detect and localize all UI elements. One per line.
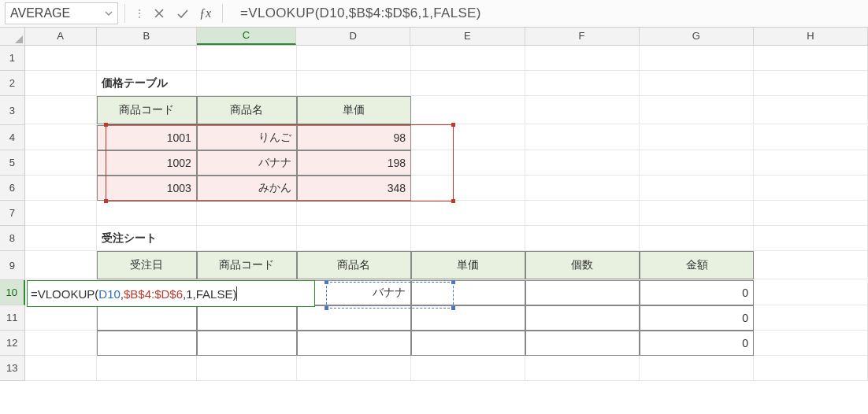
cell-H6[interactable] xyxy=(754,176,868,201)
cell-G9[interactable]: 金額 xyxy=(640,251,754,279)
cell-B7[interactable] xyxy=(97,201,197,226)
cell-E5[interactable] xyxy=(411,150,525,176)
cell-H3[interactable] xyxy=(754,96,868,124)
cell-A12[interactable] xyxy=(25,331,97,356)
grid[interactable]: 1 2 価格テーブル 3 商品コード 商品名 単価 4 1001 りんご 98 … xyxy=(0,46,868,381)
cell-B12[interactable] xyxy=(97,331,197,356)
cell-B1[interactable] xyxy=(97,46,197,71)
row-header-3[interactable]: 3 xyxy=(0,96,25,125)
cell-H8[interactable] xyxy=(754,226,868,251)
cell-G2[interactable] xyxy=(640,71,754,96)
cell-A3[interactable] xyxy=(25,96,97,124)
row-header-8[interactable]: 8 xyxy=(0,226,25,251)
cell-A13[interactable] xyxy=(25,356,97,381)
cell-D3[interactable]: 単価 xyxy=(297,96,411,124)
cell-C1[interactable] xyxy=(197,46,297,71)
cell-G7[interactable] xyxy=(640,201,754,226)
cell-G3[interactable] xyxy=(640,96,754,124)
row-header-1[interactable]: 1 xyxy=(0,46,25,71)
cell-G4[interactable] xyxy=(640,125,754,150)
cell-G11[interactable]: 0 xyxy=(640,305,754,331)
cell-C7[interactable] xyxy=(197,201,297,226)
cell-E11[interactable] xyxy=(411,305,525,331)
cell-D5[interactable]: 198 xyxy=(297,150,411,176)
cell-B6[interactable]: 1003 xyxy=(97,176,197,201)
row-header-2[interactable]: 2 xyxy=(0,71,25,96)
select-all-corner[interactable] xyxy=(0,28,25,45)
cell-F10[interactable] xyxy=(525,280,640,305)
cell-D2[interactable] xyxy=(297,71,411,96)
cell-E9[interactable]: 単価 xyxy=(411,251,525,279)
cancel-button[interactable] xyxy=(150,5,168,22)
cell-B11[interactable] xyxy=(97,305,197,331)
enter-button[interactable] xyxy=(174,5,191,22)
cell-B3[interactable]: 商品コード xyxy=(97,96,197,124)
cell-D1[interactable] xyxy=(297,46,411,71)
cell-G5[interactable] xyxy=(640,150,754,176)
fx-icon[interactable]: ƒx xyxy=(199,6,211,20)
cell-H12[interactable] xyxy=(754,331,868,356)
col-header-A[interactable]: A xyxy=(25,28,97,45)
cell-C12[interactable] xyxy=(197,331,297,356)
cell-E4[interactable] xyxy=(411,125,525,150)
col-header-B[interactable]: B xyxy=(97,28,197,45)
cell-G8[interactable] xyxy=(640,226,754,251)
cell-F1[interactable] xyxy=(525,46,640,71)
row-header-10[interactable]: 10 xyxy=(0,280,25,305)
cell-A2[interactable] xyxy=(25,71,97,96)
cell-D8[interactable] xyxy=(297,226,411,251)
cell-D9[interactable]: 商品名 xyxy=(297,251,411,279)
cell-E8[interactable] xyxy=(411,226,525,251)
formula-input[interactable]: =VLOOKUP(D10,$B$4:$D$6,1,FALSE) xyxy=(229,6,481,21)
cell-H1[interactable] xyxy=(754,46,868,71)
row-header-6[interactable]: 6 xyxy=(0,176,25,201)
cell-A7[interactable] xyxy=(25,201,97,226)
formula-edit-overlay[interactable]: =VLOOKUP(D10,$B$4:$D$6,1,FALSE) xyxy=(27,280,315,307)
cell-E12[interactable] xyxy=(411,331,525,356)
cell-H10[interactable] xyxy=(754,280,868,305)
name-box-dropdown-icon[interactable] xyxy=(105,9,113,17)
cell-F12[interactable] xyxy=(525,331,640,356)
cell-C9[interactable]: 商品コード xyxy=(197,251,297,279)
cell-B2[interactable]: 価格テーブル xyxy=(97,71,197,96)
cell-E3[interactable] xyxy=(411,96,525,124)
cell-A8[interactable] xyxy=(25,226,97,251)
cell-F2[interactable] xyxy=(525,71,640,96)
cell-F9[interactable]: 個数 xyxy=(525,251,640,279)
cell-H13[interactable] xyxy=(754,356,868,381)
cell-H4[interactable] xyxy=(754,125,868,150)
cell-C5[interactable]: バナナ xyxy=(197,150,297,176)
cell-G12[interactable]: 0 xyxy=(640,331,754,356)
cell-A1[interactable] xyxy=(25,46,97,71)
cell-G13[interactable] xyxy=(640,356,754,381)
cell-C6[interactable]: みかん xyxy=(197,176,297,201)
col-header-G[interactable]: G xyxy=(640,28,754,45)
cell-D4[interactable]: 98 xyxy=(297,125,411,150)
cell-E1[interactable] xyxy=(411,46,525,71)
col-header-H[interactable]: H xyxy=(754,28,868,45)
cell-G10[interactable]: 0 xyxy=(640,280,754,305)
expand-icon[interactable]: ⋮ xyxy=(135,8,144,19)
cell-D11[interactable] xyxy=(297,305,411,331)
cell-F3[interactable] xyxy=(525,96,640,124)
cell-D12[interactable] xyxy=(297,331,411,356)
cell-E2[interactable] xyxy=(411,71,525,96)
cell-G1[interactable] xyxy=(640,46,754,71)
cell-A11[interactable] xyxy=(25,305,97,331)
cell-D6[interactable]: 348 xyxy=(297,176,411,201)
cell-A4[interactable] xyxy=(25,125,97,150)
col-header-C[interactable]: C xyxy=(197,28,296,45)
cell-C8[interactable] xyxy=(197,226,297,251)
row-header-11[interactable]: 11 xyxy=(0,305,25,331)
cell-C3[interactable]: 商品名 xyxy=(197,96,297,124)
row-header-5[interactable]: 5 xyxy=(0,150,25,176)
cell-B4[interactable]: 1001 xyxy=(97,125,197,150)
cell-H11[interactable] xyxy=(754,305,868,331)
cell-E13[interactable] xyxy=(411,356,525,381)
cell-H2[interactable] xyxy=(754,71,868,96)
cell-E7[interactable] xyxy=(411,201,525,226)
cell-F4[interactable] xyxy=(525,125,640,150)
cell-F8[interactable] xyxy=(525,226,640,251)
cell-F5[interactable] xyxy=(525,150,640,176)
cell-C4[interactable]: りんご xyxy=(197,125,297,150)
